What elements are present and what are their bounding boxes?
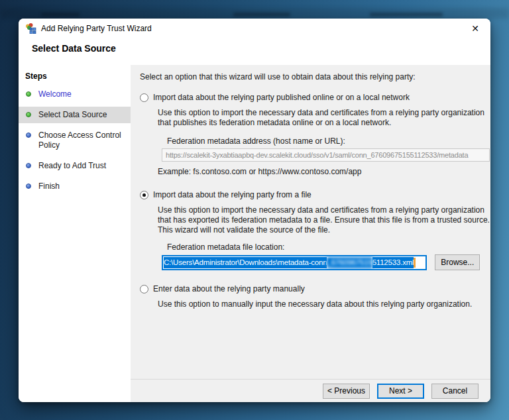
radio-button-selected-icon[interactable] [140,191,148,199]
steps-sidebar: Steps Welcome Select Data Source Choose … [19,65,131,402]
wizard-nav-bar: < Previous Next > Cancel [131,379,490,402]
previous-button[interactable]: < Previous [323,384,370,399]
option-description: Use this option to import the necessary … [158,108,490,128]
selected-path-text: 5112533.xml [372,257,414,268]
federation-metadata-address-field-disabled: https://scalekit-3yxabtiaapbq-dev.scalek… [162,148,490,162]
add-relying-party-trust-wizard-dialog: Add Relying Party Trust Wizard ✕ Select … [19,19,490,402]
wizard-page-content: Select an option that this wizard will u… [131,65,490,379]
radio-import-online[interactable]: Import data about the relying party publ… [140,93,480,102]
step-label: Choose Access Control Policy [38,131,121,150]
federation-metadata-file-location-label: Federation metadata file location: [167,242,480,252]
step-bullet-icon [26,132,31,138]
federation-metadata-address-label: Federation metadata address (host name o… [167,136,480,146]
browse-button[interactable]: Browse... [435,254,480,270]
step-item-finish: Finish [19,178,131,195]
federation-metadata-file-location-input[interactable]: C:\Users\Administrator\Downloads\metadat… [162,255,427,270]
radio-import-from-file[interactable]: Import data about the relying party from… [140,190,480,199]
background-window-remnant [370,13,443,17]
close-icon[interactable]: ✕ [465,21,485,36]
option-description: Use this option to manually input the ne… [158,299,490,309]
background-window-remnant [41,13,80,17]
background-window-remnant [233,13,290,17]
radio-button-icon[interactable] [140,285,148,293]
step-bullet-icon [26,184,31,189]
page-title: Select Data Source [32,43,116,54]
wizard-app-icon [25,23,36,34]
step-item-choose-access-control-policy: Choose Access Control Policy [19,127,131,154]
radio-label[interactable]: Import data about the relying party publ… [153,93,410,102]
wizard-page-header: Select Data Source [19,38,490,65]
step-bullet-icon [26,112,31,117]
next-button[interactable]: Next > [377,384,424,399]
step-item-ready-to-add-trust: Ready to Add Trust [19,158,131,174]
selected-path-text: C:\Users\Administrator\Downloads\metadat… [164,257,327,268]
window-title: Add Relying Party Trust Wizard [41,24,152,33]
step-item-select-data-source: Select Data Source [19,107,131,123]
radio-label[interactable]: Import data about the relying party from… [153,190,311,199]
step-bullet-icon [26,91,31,97]
step-label: Ready to Add Trust [38,161,106,170]
selected-path-text-redacted: _6760967515 [327,257,372,268]
example-text: Example: fs.contoso.com or https://www.c… [158,167,480,176]
radio-label[interactable]: Enter data about the relying party manua… [153,284,305,293]
step-item-welcome[interactable]: Welcome [19,86,131,103]
cancel-button[interactable]: Cancel [431,384,479,399]
radio-enter-manually[interactable]: Enter data about the relying party manua… [140,284,480,293]
step-bullet-icon [26,163,31,168]
option-description: Use this option to import the necessary … [158,205,490,235]
step-label: Welcome [38,89,72,99]
text-caret [414,258,416,268]
titlebar[interactable]: Add Relying Party Trust Wizard ✕ [19,19,490,38]
intro-text: Select an option that this wizard will u… [140,72,480,81]
steps-header: Steps [19,69,131,82]
step-label: Finish [38,182,60,191]
step-label: Select Data Source [38,110,107,119]
radio-button-icon[interactable] [140,93,148,102]
